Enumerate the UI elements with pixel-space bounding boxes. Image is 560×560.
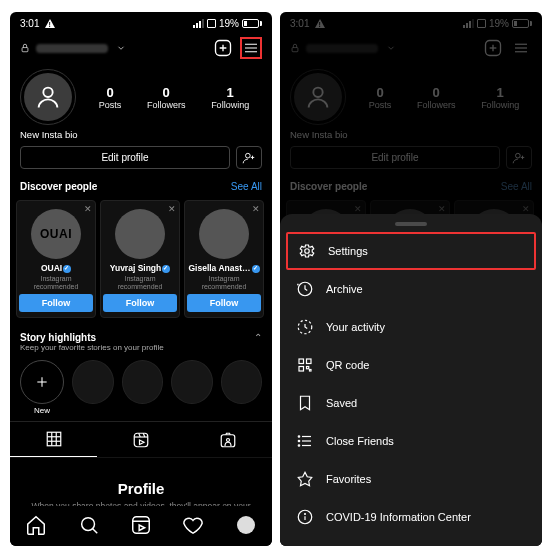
stat-following[interactable]: 1Following	[211, 85, 249, 110]
see-all-link[interactable]: See All	[231, 181, 262, 192]
menu-item-activity[interactable]: Your activity	[280, 308, 542, 346]
close-icon[interactable]: ✕	[168, 204, 176, 214]
bio-text: New Insta bio	[10, 127, 272, 146]
avatar	[24, 73, 72, 121]
svg-rect-44	[299, 359, 304, 364]
battery-low-icon	[207, 19, 216, 28]
menu-label: Archive	[326, 283, 363, 295]
highlight-placeholder	[122, 360, 164, 404]
stat-followers[interactable]: 0Followers	[147, 85, 186, 110]
svg-point-7	[43, 88, 52, 97]
chevron-up-icon: ⌃	[254, 332, 262, 343]
qr-icon	[296, 356, 314, 374]
follow-button[interactable]: Follow	[187, 294, 261, 312]
star-icon	[296, 470, 314, 488]
info-icon	[296, 508, 314, 526]
svg-marker-55	[298, 472, 312, 486]
svg-point-37	[313, 88, 322, 97]
add-highlight-button[interactable]	[20, 360, 64, 404]
highlight-placeholder	[72, 360, 114, 404]
verified-icon	[252, 265, 260, 273]
story-highlights-row: New	[10, 356, 272, 421]
nav-search[interactable]	[78, 514, 100, 536]
svg-point-25	[81, 518, 94, 531]
menu-item-archive[interactable]: Archive	[280, 270, 542, 308]
svg-rect-46	[299, 367, 304, 372]
svg-rect-30	[292, 48, 298, 52]
battery-pct: 19%	[219, 18, 239, 29]
tab-grid[interactable]	[10, 422, 97, 457]
discover-card[interactable]: ✕ Yuvraj Singh Instagram recommended Fol…	[100, 200, 180, 318]
battery-icon	[242, 19, 262, 28]
phone-right: 3:01 19% 0Posts 0Followers 1Followi	[280, 12, 542, 546]
svg-rect-13	[47, 433, 61, 447]
menu-item-saved[interactable]: Saved	[280, 384, 542, 422]
verified-icon	[63, 265, 71, 273]
menu-label: Close Friends	[326, 435, 394, 447]
highlight-placeholder	[171, 360, 213, 404]
svg-rect-0	[22, 48, 28, 52]
svg-rect-48	[310, 370, 312, 372]
tab-reels[interactable]	[97, 422, 184, 457]
card-avatar	[115, 209, 165, 259]
menu-label: Settings	[328, 245, 368, 257]
nav-profile[interactable]	[235, 514, 257, 536]
clock-icon	[296, 280, 314, 298]
menu-label: QR code	[326, 359, 369, 371]
status-bar: 3:01 19%	[10, 12, 272, 31]
card-avatar	[199, 209, 249, 259]
follow-button[interactable]: Follow	[103, 294, 177, 312]
nav-reels[interactable]	[130, 514, 152, 536]
discover-card[interactable]: ✕ OUAI OUAI Instagram recommended Follow	[16, 200, 96, 318]
menu-item-close-friends[interactable]: Close Friends	[280, 422, 542, 460]
menu-item-qr[interactable]: QR code	[280, 346, 542, 384]
discover-people-button[interactable]	[236, 146, 262, 169]
activity-icon	[296, 318, 314, 336]
verified-icon	[162, 265, 170, 273]
lock-icon	[20, 43, 30, 53]
svg-marker-22	[139, 440, 144, 445]
discover-card[interactable]: ✕ Gisella Anast… Instagram recommended F…	[184, 200, 264, 318]
gear-icon	[298, 242, 316, 260]
menu-button[interactable]	[240, 37, 262, 59]
svg-point-38	[516, 153, 521, 158]
menu-item-settings[interactable]: Settings	[286, 232, 536, 270]
avatar-ring[interactable]	[20, 69, 76, 125]
menu-item-covid[interactable]: COVID-19 Information Center	[280, 498, 542, 536]
tab-tagged[interactable]	[185, 422, 272, 457]
svg-rect-23	[222, 435, 236, 447]
username-blurred[interactable]	[36, 44, 108, 53]
svg-rect-27	[133, 517, 150, 534]
profile-stats: 0Posts 0Followers 1Following	[86, 85, 262, 110]
content-tabs	[10, 421, 272, 458]
menu-label: Your activity	[326, 321, 385, 333]
follow-button[interactable]: Follow	[19, 294, 93, 312]
alert-icon	[315, 19, 325, 28]
discover-title: Discover people	[20, 181, 97, 192]
close-icon[interactable]: ✕	[252, 204, 260, 214]
profile-header	[10, 31, 272, 65]
menu-label: Saved	[326, 397, 357, 409]
nav-activity[interactable]	[182, 514, 204, 536]
close-icon[interactable]: ✕	[84, 204, 92, 214]
svg-point-58	[305, 514, 306, 515]
alert-icon	[45, 19, 55, 28]
nav-home[interactable]	[25, 514, 47, 536]
svg-point-53	[298, 440, 300, 442]
story-highlights-header[interactable]: ⌃ Story highlights Keep your favorite st…	[10, 326, 272, 356]
edit-profile-button[interactable]: Edit profile	[20, 146, 230, 169]
menu-label: COVID-19 Information Center	[326, 511, 471, 523]
stat-posts[interactable]: 0Posts	[99, 85, 122, 110]
menu-label: Favorites	[326, 473, 371, 485]
sheet-handle[interactable]	[395, 222, 427, 226]
new-post-button[interactable]	[212, 37, 234, 59]
chevron-down-icon[interactable]	[116, 43, 126, 53]
signal-icon	[193, 19, 204, 28]
svg-point-52	[298, 436, 300, 438]
svg-line-26	[92, 529, 97, 534]
bookmark-icon	[296, 394, 314, 412]
svg-point-24	[227, 438, 230, 441]
phone-left: 3:01 19% 0Posts 0Followers	[10, 12, 272, 546]
menu-item-favorites[interactable]: Favorites	[280, 460, 542, 498]
svg-point-54	[298, 445, 300, 447]
